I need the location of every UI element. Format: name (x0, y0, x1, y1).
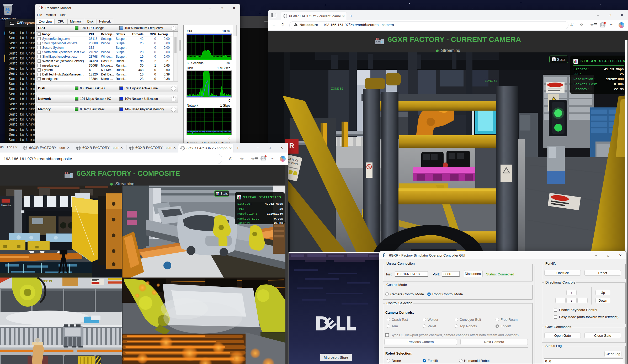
svg-text:ZONE B2: ZONE B2 (485, 79, 497, 82)
svg-text:STREAM STATISTICS: STREAM STATISTICS (243, 196, 281, 199)
svg-text:Microsoft Store: Microsoft Store (324, 355, 348, 360)
svg-text:Resolution:: Resolution: (237, 212, 257, 215)
svg-text:47.52 Mbps: 47.52 Mbps (265, 202, 283, 205)
svg-text:Stats: Stats (220, 192, 228, 195)
svg-text:Powder: Powder (1, 204, 11, 207)
svg-text:25: 25 (279, 207, 283, 210)
svg-text:FPS:: FPS: (237, 207, 245, 210)
svg-text:21 ms: 21 ms (274, 221, 283, 225)
svg-text:R: R (289, 142, 294, 150)
svg-text:Latency:: Latency: (237, 221, 252, 225)
svg-text:Bitrate:: Bitrate: (237, 202, 252, 205)
svg-text:ZONE B1: ZONE B1 (331, 87, 343, 90)
svg-text:Packets Lost:: Packets Lost: (237, 217, 261, 220)
svg-text:1920x1080: 1920x1080 (267, 212, 283, 215)
svg-text:0.00%: 0.00% (274, 217, 283, 220)
